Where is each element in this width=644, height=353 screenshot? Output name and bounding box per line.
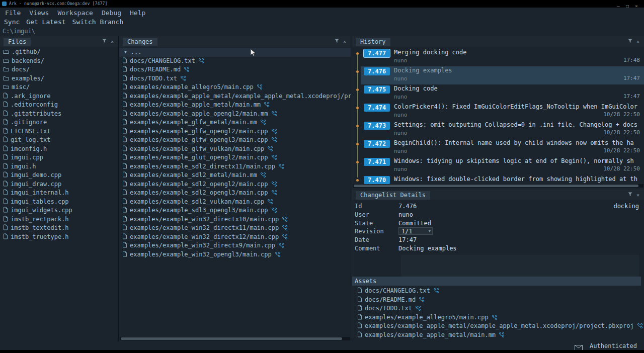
folder-name: .github/ bbox=[12, 48, 41, 55]
changed-file-row[interactable]: examples/example_glfw_opengl3/main.cpp bbox=[119, 136, 351, 145]
file-name: LICENSE.txt bbox=[11, 128, 50, 135]
scrollbar-thumb[interactable] bbox=[121, 337, 342, 340]
filter-icon[interactable] bbox=[101, 39, 107, 45]
revision-dropdown[interactable]: 1/1▼ bbox=[398, 227, 433, 235]
changed-file-row[interactable]: examples/example_glfw_metal/main.mm bbox=[119, 118, 351, 127]
file-tree-item[interactable]: .github/ bbox=[0, 48, 118, 57]
changed-file-row[interactable]: docs/TODO.txt bbox=[352, 304, 644, 313]
file-tree-item[interactable]: imgui_widgets.cpp bbox=[0, 206, 118, 215]
collapse-arrow-icon[interactable]: ▼ bbox=[124, 48, 127, 57]
changeset-row[interactable]: 7.470Windows: fixed double-clicked borde… bbox=[352, 175, 644, 184]
file-name: imgui_internal.h bbox=[11, 189, 69, 196]
changed-file-row[interactable]: examples/example_sdl2_opengl3/main.cpp bbox=[119, 189, 351, 198]
file-tree-item[interactable]: .gitignore bbox=[0, 118, 118, 127]
branch-icon bbox=[282, 225, 288, 233]
file-tree-item[interactable]: LICENSE.txt bbox=[0, 127, 118, 136]
changed-file-row[interactable]: examples/example_glfw_vulkan/main.cpp bbox=[119, 145, 351, 154]
changed-file-row[interactable]: examples/example_win32_directx10/main.cp… bbox=[119, 215, 351, 224]
changed-file-row[interactable]: examples/example_win32_directx9/main.cpp bbox=[119, 241, 351, 250]
changed-file-row[interactable]: examples/example_apple_metal/example_app… bbox=[119, 92, 351, 101]
changed-file-row[interactable]: examples/example_apple_opengl2/main.mm bbox=[119, 110, 351, 119]
changed-file-row[interactable]: examples/example_sdl2_opengl2/main.cpp bbox=[119, 180, 351, 189]
changed-file-row[interactable]: examples/example_sdl2_metal/main.mm bbox=[119, 171, 351, 180]
changed-file-row[interactable]: examples/example_win32_directx11/main.cp… bbox=[119, 224, 351, 233]
file-tree-item[interactable]: imstb_rectpack.h bbox=[0, 215, 118, 224]
file-tree-item[interactable]: imconfig.h bbox=[0, 145, 118, 154]
file-tree-item[interactable]: imgui_draw.cpp bbox=[0, 180, 118, 189]
file-tree-item[interactable]: .ark_ignore bbox=[0, 92, 118, 101]
field-label: User bbox=[352, 211, 398, 219]
field-value: Committed bbox=[398, 220, 431, 227]
file-tree-item[interactable]: git_log.txt bbox=[0, 136, 118, 145]
changes-root-row[interactable]: ▼... bbox=[119, 48, 351, 57]
changed-file-row[interactable]: examples/example_sdl3_opengl3/main.cpp bbox=[119, 206, 351, 215]
filter-icon[interactable] bbox=[334, 39, 340, 45]
file-path: examples/example_glfw_opengl3/main.cpp bbox=[130, 136, 268, 143]
changeset-row[interactable]: 7.474ColorPicker4(): Fixed ImGuiColorEdi… bbox=[352, 103, 644, 121]
changed-file-row[interactable]: docs/TODO.txt bbox=[119, 74, 351, 83]
horizontal-scrollbar[interactable] bbox=[120, 337, 350, 340]
changed-file-row[interactable]: examples/example_allegro5/main.cpp bbox=[352, 313, 644, 322]
scrollbar-thumb[interactable] bbox=[354, 185, 638, 187]
timeline-dot-icon bbox=[356, 89, 359, 91]
file-tree-item[interactable]: imgui_demo.cpp bbox=[0, 171, 118, 180]
file-path: docs/README.md bbox=[365, 296, 416, 303]
file-tree-item[interactable]: imgui.h bbox=[0, 162, 118, 171]
field-label: Revision bbox=[352, 227, 398, 236]
changed-file-row[interactable]: examples/example_glfw_opengl2/main.cpp bbox=[119, 127, 351, 136]
toolbar-button-switch-branch[interactable]: Switch Branch bbox=[72, 17, 124, 27]
file-tree-item[interactable]: backends/ bbox=[0, 57, 118, 66]
statusbar: Authenticated bbox=[0, 342, 644, 350]
file-tree-item[interactable]: .gitattributes bbox=[0, 110, 118, 119]
changed-file-row[interactable]: examples/example_apple_metal/main.mm bbox=[119, 101, 351, 110]
changed-file-row[interactable]: docs/CHANGELOG.txt bbox=[119, 57, 351, 66]
document-icon bbox=[3, 207, 8, 215]
document-icon bbox=[357, 296, 362, 305]
changed-file-row[interactable]: examples/example_sdl2_vulkan/main.cpp bbox=[119, 198, 351, 207]
horizontal-scrollbar[interactable] bbox=[353, 184, 643, 188]
changeset-id-badge: 7.470 bbox=[364, 176, 390, 184]
changed-file-row[interactable]: examples/example_glut_opengl2/main.cpp bbox=[119, 153, 351, 162]
branch-name: docking bbox=[613, 202, 639, 211]
file-path: examples/example_win32_directx11/main.cp… bbox=[130, 224, 279, 231]
changeset-row[interactable]: 7.471Windows: tidying up skipitems logic… bbox=[352, 157, 644, 175]
file-name: imgui_widgets.cpp bbox=[11, 207, 72, 214]
changed-file-row[interactable]: examples/example_allegro5/main.cpp bbox=[119, 83, 351, 92]
file-tree-item[interactable]: imstb_textedit.h bbox=[0, 224, 118, 233]
file-tree-item[interactable]: imstb_truetype.h bbox=[0, 233, 118, 242]
changed-file-row[interactable]: docs/README.md bbox=[352, 296, 644, 305]
file-tree-item[interactable]: .editorconfig bbox=[0, 101, 118, 110]
changed-file-row[interactable]: examples/example_apple_metal/example_app… bbox=[352, 322, 644, 331]
changed-file-row[interactable]: examples/example_apple_metal/main.mm bbox=[352, 331, 644, 340]
assets-header[interactable]: Assets bbox=[352, 277, 641, 286]
changeset-row[interactable]: 7.473Settings: omit outputing Collapsed=… bbox=[352, 121, 644, 139]
filter-icon[interactable] bbox=[627, 192, 633, 198]
close-panel-icon[interactable]: ✕ bbox=[342, 39, 348, 45]
file-tree-item[interactable]: imgui.cpp bbox=[0, 153, 118, 162]
close-panel-icon[interactable]: ✕ bbox=[109, 39, 115, 45]
document-icon bbox=[3, 145, 8, 154]
document-icon bbox=[3, 110, 8, 119]
file-tree-item[interactable]: examples/ bbox=[0, 74, 118, 83]
changed-file-row[interactable]: docs/CHANGELOG.txt bbox=[352, 287, 644, 296]
file-tree-item[interactable]: docs/ bbox=[0, 65, 118, 74]
close-panel-icon[interactable]: ✕ bbox=[635, 192, 641, 198]
changed-file-row[interactable]: examples/example_sdl2_directx11/main.cpp bbox=[119, 162, 351, 171]
changed-file-row[interactable]: examples/example_win32_opengl3/main.cpp bbox=[119, 250, 351, 259]
file-tree-item[interactable]: misc/ bbox=[0, 83, 118, 92]
file-tree-item[interactable]: imgui_tables.cpp bbox=[0, 198, 118, 207]
file-tree-item[interactable]: imgui_internal.h bbox=[0, 189, 118, 198]
toolbar-button-sync[interactable]: Sync bbox=[4, 17, 20, 27]
changeset-time: 17:47 bbox=[623, 75, 640, 81]
toolbar-button-get-latest[interactable]: Get Latest bbox=[26, 17, 65, 27]
changed-file-row[interactable]: examples/example_win32_directx12/main.cp… bbox=[119, 233, 351, 242]
file-name: .gitattributes bbox=[11, 110, 61, 117]
close-panel-icon[interactable]: ✕ bbox=[635, 39, 641, 45]
changeset-row[interactable]: 7.475Docking codenuno17:47 bbox=[352, 84, 644, 103]
changed-file-row[interactable]: docs/README.md bbox=[119, 65, 351, 74]
filter-icon[interactable] bbox=[627, 39, 633, 45]
changeset-row[interactable]: 7.476Docking examplesnuno17:47 bbox=[352, 66, 644, 84]
changeset-row[interactable]: 7.472BeginChild(): Internal name used by… bbox=[352, 139, 644, 157]
changeset-row[interactable]: 7.477Merging docking codenuno17:48 bbox=[352, 48, 644, 66]
document-icon bbox=[3, 119, 8, 127]
